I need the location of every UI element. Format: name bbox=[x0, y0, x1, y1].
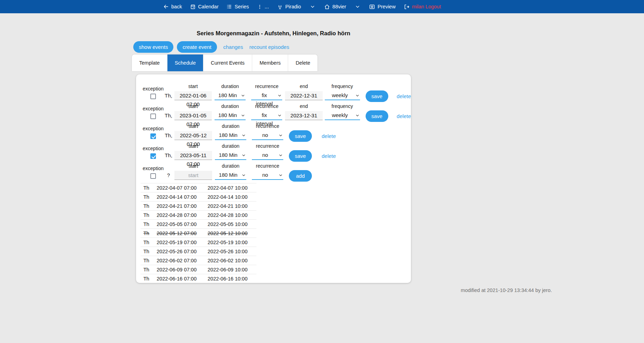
event-end: 2022-04-14 10:00 bbox=[208, 194, 256, 200]
start-input[interactable]: 2022-05-12 07:00 bbox=[174, 131, 212, 140]
end-label: end bbox=[300, 103, 308, 109]
preview-icon bbox=[369, 4, 375, 10]
exception-checkbox[interactable] bbox=[150, 114, 156, 119]
nav-item-piradio[interactable]: Piradio bbox=[277, 4, 301, 10]
save-button[interactable]: save bbox=[366, 110, 388, 122]
start-input[interactable]: 2023-05-11 07:00 bbox=[174, 151, 212, 160]
chevron-down-icon bbox=[278, 173, 283, 179]
event-end: 2022-05-19 10:00 bbox=[208, 240, 256, 245]
tab-members[interactable]: Members bbox=[252, 54, 288, 71]
exception-checkbox[interactable] bbox=[150, 94, 156, 99]
exception-checkbox[interactable] bbox=[150, 173, 156, 179]
recurrence-label: recurrence bbox=[256, 143, 279, 149]
save-button[interactable]: save bbox=[289, 150, 312, 162]
event-end: 2022-05-12 10:00 bbox=[208, 231, 256, 236]
nav-item-back[interactable]: back bbox=[163, 4, 182, 9]
event-row: Th2022-04-28 07:002022-04-28 10:00 bbox=[141, 210, 256, 219]
nav-item-label: back bbox=[171, 4, 182, 9]
event-start: 2022-05-19 07:00 bbox=[157, 240, 208, 245]
event-day: Th bbox=[143, 249, 157, 254]
delete-link[interactable]: delete bbox=[322, 133, 336, 140]
event-start: 2022-06-02 07:00 bbox=[157, 258, 208, 263]
recurrence-select[interactable]: no bbox=[252, 151, 283, 160]
tab-current-events[interactable]: Current Events bbox=[203, 54, 252, 71]
event-row: Th2022-06-16 07:002022-06-16 10:00 bbox=[141, 274, 256, 283]
nav-item-more[interactable]: ... bbox=[257, 4, 269, 9]
end-input[interactable]: 2023-12-31 bbox=[285, 111, 322, 120]
chevron-down-icon bbox=[241, 153, 246, 159]
duration-select[interactable]: 180 Min bbox=[215, 151, 246, 160]
changes-link[interactable]: changes bbox=[223, 44, 243, 50]
start-input[interactable]: start bbox=[174, 171, 212, 180]
end-label: end bbox=[300, 83, 308, 89]
start-input[interactable]: 2023-01-05 07:00 bbox=[174, 111, 212, 120]
exception-label: exception bbox=[143, 126, 164, 131]
recount-episodes-link[interactable]: recount episodes bbox=[249, 44, 289, 50]
event-start: 2022-04-14 07:00 bbox=[157, 194, 208, 200]
exception-checkbox[interactable] bbox=[150, 153, 156, 159]
create-event-button[interactable]: create event bbox=[177, 41, 217, 53]
tab-delete[interactable]: Delete bbox=[288, 54, 317, 71]
show-events-button[interactable]: show events bbox=[133, 41, 173, 53]
event-day: Th bbox=[143, 203, 157, 209]
frequency-select-value: weekly bbox=[325, 91, 360, 100]
day-label: Th, bbox=[163, 152, 174, 160]
start-label: start bbox=[188, 83, 198, 89]
recurrence-select[interactable]: fix interval bbox=[251, 91, 282, 100]
schedule-row: exception?startstartduration180 Minrecur… bbox=[136, 163, 411, 180]
nav-item-logout[interactable]: milan Logout bbox=[404, 4, 441, 10]
calendar-icon bbox=[190, 4, 196, 9]
page-title: Series Morgenmagazin - Aufstehn, Hinlege… bbox=[136, 30, 411, 37]
save-button[interactable]: save bbox=[366, 90, 388, 102]
frequency-select[interactable]: weekly bbox=[325, 91, 360, 100]
start-label: start bbox=[188, 103, 198, 109]
nav-item-88vier[interactable]: 88vier bbox=[324, 4, 346, 10]
duration-select[interactable]: 180 Min bbox=[215, 131, 246, 140]
event-start: 2022-05-05 07:00 bbox=[157, 221, 208, 227]
event-start: 2022-06-09 07:00 bbox=[157, 267, 208, 272]
end-input[interactable]: 2022-12-31 bbox=[285, 91, 322, 100]
duration-select[interactable]: 180 Min bbox=[215, 91, 246, 100]
duration-select[interactable]: 180 Min bbox=[215, 111, 246, 120]
antenna-icon bbox=[277, 4, 283, 10]
series-actions: show events create event changes recount… bbox=[133, 41, 411, 53]
save-button[interactable]: save bbox=[289, 130, 312, 142]
day-label: Th, bbox=[163, 132, 174, 140]
exception-checkbox[interactable] bbox=[150, 133, 156, 139]
add-button[interactable]: add bbox=[289, 170, 312, 182]
schedule-row: exceptionTh,start2022-01-06 07:00duratio… bbox=[136, 83, 411, 100]
start-input[interactable]: 2022-01-06 07:00 bbox=[174, 91, 212, 100]
exception-label: exception bbox=[143, 86, 164, 92]
exception-label: exception bbox=[143, 146, 164, 151]
chevron-down-icon bbox=[355, 113, 360, 119]
recurrence-select[interactable]: no bbox=[252, 131, 283, 140]
event-day: Th bbox=[143, 231, 157, 236]
tabs-wrapper: TemplateScheduleCurrent EventsMembersDel… bbox=[132, 54, 411, 71]
nav-item-label: Piradio bbox=[285, 4, 301, 9]
tab-schedule[interactable]: Schedule bbox=[167, 54, 203, 71]
nav-item-label: 88vier bbox=[332, 4, 346, 9]
event-day: Th bbox=[143, 221, 157, 227]
event-day: Th bbox=[143, 267, 157, 272]
recurrence-select[interactable]: fix interval bbox=[251, 111, 282, 120]
event-end: 2022-06-16 10:00 bbox=[208, 276, 256, 282]
delete-link[interactable]: delete bbox=[322, 153, 336, 160]
event-end: 2022-06-02 10:00 bbox=[208, 258, 256, 263]
event-end: 2022-04-07 10:00 bbox=[208, 185, 256, 191]
logout-icon bbox=[404, 4, 410, 10]
duration-select[interactable]: 180 Min bbox=[215, 171, 246, 180]
nav-item-label: Calendar bbox=[198, 4, 219, 9]
schedule-card: exceptionTh,start2022-01-06 07:00duratio… bbox=[136, 74, 411, 283]
nav-item-preview[interactable]: Preview bbox=[369, 4, 396, 10]
delete-link[interactable]: delete bbox=[397, 93, 411, 100]
chevron-down-icon bbox=[277, 93, 282, 99]
delete-link[interactable]: delete bbox=[397, 113, 411, 120]
recurrence-select[interactable]: no bbox=[252, 171, 283, 180]
events-table: Th2022-04-07 07:002022-04-07 10:00Th2022… bbox=[141, 183, 256, 283]
frequency-select[interactable]: weekly bbox=[325, 111, 360, 120]
chevron-down-icon[interactable] bbox=[310, 4, 315, 9]
nav-item-calendar[interactable]: Calendar bbox=[190, 4, 219, 9]
chevron-down-icon[interactable] bbox=[355, 4, 360, 9]
tab-template[interactable]: Template bbox=[132, 54, 167, 71]
nav-item-series[interactable]: Series bbox=[226, 4, 249, 9]
